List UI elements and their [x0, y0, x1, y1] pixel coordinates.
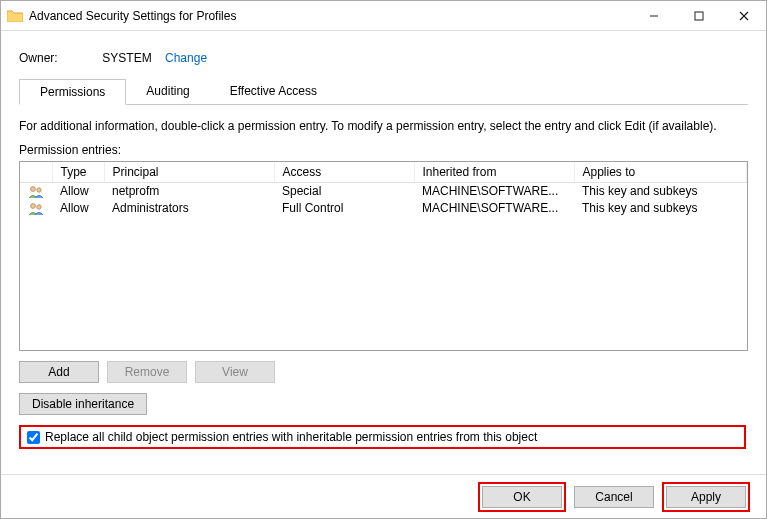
inheritance-row: Disable inheritance	[19, 393, 748, 415]
cell-type: Allow	[52, 183, 104, 200]
column-header-type[interactable]: Type	[52, 162, 104, 183]
tab-label: Permissions	[40, 85, 105, 99]
column-header-principal[interactable]: Principal	[104, 162, 274, 183]
disable-inheritance-button[interactable]: Disable inheritance	[19, 393, 147, 415]
svg-point-7	[37, 204, 41, 208]
window-frame: Advanced Security Settings for Profiles …	[0, 0, 767, 519]
permission-entries-label: Permission entries:	[19, 143, 748, 157]
column-header-icon[interactable]	[20, 162, 52, 183]
remove-button[interactable]: Remove	[107, 361, 187, 383]
users-icon	[28, 202, 44, 216]
content-area: Owner: SYSTEM Change Permissions Auditin…	[1, 31, 766, 474]
folder-icon	[7, 9, 23, 22]
tab-label: Effective Access	[230, 84, 317, 98]
highlight-ok: OK	[478, 482, 566, 512]
cell-principal: netprofm	[104, 183, 274, 200]
cell-inherited: MACHINE\SOFTWARE...	[414, 200, 574, 217]
cell-access: Special	[274, 183, 414, 200]
view-button[interactable]: View	[195, 361, 275, 383]
table-header-row: Type Principal Access Inherited from App…	[20, 162, 747, 183]
window-title: Advanced Security Settings for Profiles	[29, 9, 236, 23]
cell-principal: Administrators	[104, 200, 274, 217]
titlebar: Advanced Security Settings for Profiles	[1, 1, 766, 31]
tab-auditing[interactable]: Auditing	[126, 79, 209, 104]
owner-value: SYSTEM	[102, 51, 151, 65]
close-button[interactable]	[721, 1, 766, 30]
info-text: For additional information, double-click…	[19, 119, 748, 133]
ok-button[interactable]: OK	[482, 486, 562, 508]
replace-children-checkbox-row[interactable]: Replace all child object permission entr…	[19, 425, 746, 449]
column-header-access[interactable]: Access	[274, 162, 414, 183]
replace-children-label: Replace all child object permission entr…	[45, 430, 537, 444]
column-header-inherited[interactable]: Inherited from	[414, 162, 574, 183]
minimize-button[interactable]	[631, 1, 676, 30]
cell-access: Full Control	[274, 200, 414, 217]
owner-row: Owner: SYSTEM Change	[19, 51, 748, 65]
owner-label: Owner:	[19, 51, 99, 65]
cell-applies: This key and subkeys	[574, 200, 747, 217]
svg-point-4	[31, 186, 36, 191]
cell-type: Allow	[52, 200, 104, 217]
permission-entries-table[interactable]: Type Principal Access Inherited from App…	[19, 161, 748, 351]
column-header-applies[interactable]: Applies to	[574, 162, 747, 183]
apply-button[interactable]: Apply	[666, 486, 746, 508]
svg-point-5	[37, 188, 41, 192]
table-row[interactable]: Allow netprofm Special MACHINE\SOFTWARE.…	[20, 183, 747, 200]
svg-rect-1	[695, 12, 703, 20]
table-row[interactable]: Allow Administrators Full Control MACHIN…	[20, 200, 747, 217]
tab-effective-access[interactable]: Effective Access	[210, 79, 337, 104]
add-button[interactable]: Add	[19, 361, 99, 383]
owner-change-link[interactable]: Change	[165, 51, 207, 65]
tab-permissions[interactable]: Permissions	[19, 79, 126, 105]
tabs: Permissions Auditing Effective Access	[19, 79, 748, 105]
replace-children-checkbox[interactable]	[27, 431, 40, 444]
entry-buttons-row: Add Remove View	[19, 361, 748, 383]
highlight-apply: Apply	[662, 482, 750, 512]
cancel-button[interactable]: Cancel	[574, 486, 654, 508]
dialog-buttons: OK Cancel Apply	[1, 474, 766, 518]
svg-point-6	[31, 203, 36, 208]
cell-inherited: MACHINE\SOFTWARE...	[414, 183, 574, 200]
users-icon	[28, 185, 44, 199]
cell-applies: This key and subkeys	[574, 183, 747, 200]
tab-label: Auditing	[146, 84, 189, 98]
maximize-button[interactable]	[676, 1, 721, 30]
